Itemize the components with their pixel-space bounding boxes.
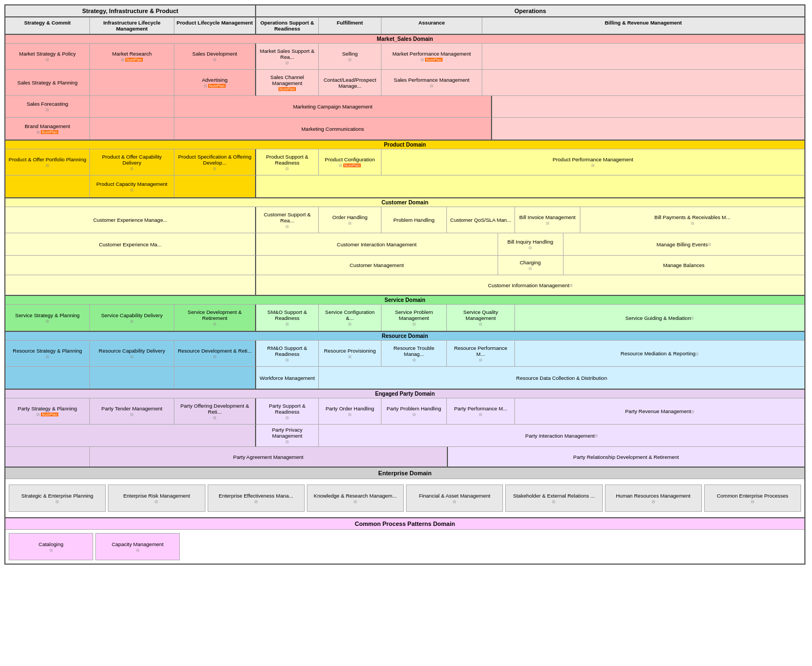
common-process-label: Common Process Patterns Domain	[5, 518, 804, 530]
cell-empty-cust1: Customer Experience Ma...	[5, 233, 256, 256]
product-row2: Product Capacity Management ⊟	[5, 175, 804, 197]
cell-advertising[interactable]: Advertising ⊟ NumPlan	[174, 70, 256, 96]
cell-resource-mediation[interactable]: Resource Mediation & Reporting ⊟	[515, 341, 804, 367]
cell-service-capability[interactable]: Service Capability Delivery ⊟	[90, 305, 174, 331]
cell-empty-party2	[5, 447, 90, 467]
cell-empty-billing-1	[482, 44, 804, 70]
cell-market-strategy[interactable]: Market Strategy & Policy ⊟	[5, 44, 90, 70]
cell-product-spec[interactable]: Product Specification & Offering Develop…	[174, 149, 256, 175]
cell-empty-prod1	[5, 175, 90, 197]
cell-bill-invoice[interactable]: Bill Invoice Management ⊟	[515, 207, 580, 233]
cell-problem-handling[interactable]: Problem Handling	[381, 207, 447, 233]
cell-customer-exp-ma[interactable]: Customer Experience Ma...	[5, 233, 255, 255]
cell-order-handling[interactable]: Order Handling ⊟	[319, 207, 381, 233]
cell-enterprise-risk[interactable]: Enterprise Risk Management ⊟	[108, 485, 205, 512]
cell-party-interaction[interactable]: Party Interaction Management ⊟	[319, 425, 804, 447]
common-process-row1: Cataloging ⊟ Capacity Management ⊟	[5, 530, 804, 564]
cell-enterprise-effectiveness[interactable]: Enterprise Effectiveness Mana... ⊟	[208, 485, 305, 512]
cell-manage-balances[interactable]: Manage Balances	[563, 256, 805, 275]
cell-marketing-comms[interactable]: Marketing Communications	[174, 118, 492, 140]
cell-contact-lead[interactable]: Contact/Lead/Prospect Manage...	[319, 70, 381, 96]
cell-rmo-support[interactable]: RM&O Support & Readiness ⊟	[256, 341, 319, 367]
cell-party-strategy[interactable]: Party Strategy & Planning ⊟ NumPlan	[5, 398, 90, 425]
cell-customer-mgmt[interactable]: Customer Management	[256, 256, 498, 275]
cell-marketing-campaign[interactable]: Marketing Campaign Management	[174, 96, 492, 118]
cell-empty-res3	[174, 367, 256, 389]
cell-selling[interactable]: Selling ⊟	[319, 44, 381, 70]
cell-product-config[interactable]: Product Configuration ⊟ NumPlan	[319, 149, 381, 175]
cell-party-offering[interactable]: Party Offering Development & Reti... ⊟	[174, 398, 256, 425]
cell-resource-strategy[interactable]: Resource Strategy & Planning ⊟	[5, 341, 90, 367]
cell-customer-qos[interactable]: Customer QoS/SLA Man...	[447, 207, 515, 233]
cell-service-guiding[interactable]: Service Guiding & Mediation ⊟	[515, 305, 804, 331]
cell-party-revenue[interactable]: Party Revenue Management ⊟	[515, 398, 804, 425]
cell-product-perf[interactable]: Product Performance Management ⊟	[381, 149, 804, 175]
cell-service-dev[interactable]: Service Development & Retirement ⊟	[174, 305, 256, 331]
cell-product-offer-portfolio[interactable]: Product & Offer Portfolio Planning ⊟	[5, 149, 90, 175]
cell-party-support[interactable]: Party Support & Readiness ⊟	[256, 398, 319, 425]
cell-customer-interaction[interactable]: Customer Interaction Management	[256, 233, 498, 256]
cell-knowledge-research[interactable]: Knowledge & Research Managem... ⊟	[307, 485, 404, 512]
cell-empty-party1	[5, 425, 256, 447]
cell-market-perf[interactable]: Market Performance Management ⊟ NumPlan	[381, 44, 482, 70]
enterprise-row1: Strategic & Enterprise Planning ⊟ Enterp…	[5, 479, 804, 517]
cell-party-tender[interactable]: Party Tender Management ⊟	[90, 398, 174, 425]
cell-charging[interactable]: Charging ⊟	[498, 256, 563, 275]
cell-bill-inquiry[interactable]: Bill Inquiry Handling ⊟	[498, 233, 563, 256]
cell-sales-strategy[interactable]: Sales Strategy & Planning	[5, 70, 90, 96]
cell-resource-trouble[interactable]: Resource Trouble Manag... ⊟	[381, 341, 447, 367]
cell-customer-info-mgmt[interactable]: Customer Information Management ⊟	[256, 275, 804, 295]
customer-row1: Customer Experience Manage... Customer S…	[5, 207, 804, 233]
cell-cataloging[interactable]: Cataloging ⊟	[9, 533, 93, 560]
cell-brand-mgmt[interactable]: Brand Management ⊟ NumPlan	[5, 118, 90, 140]
cell-resource-provisioning[interactable]: Resource Provisioning ⊟	[319, 341, 381, 367]
cell-smo-support[interactable]: SM&O Support & Readiness ⊟	[256, 305, 319, 331]
cell-empty-ms3	[90, 96, 174, 118]
cell-party-order[interactable]: Party Order Handling ⊟	[319, 398, 381, 425]
subheader-ops: Operations Support & Readiness	[256, 17, 319, 34]
common-process-domain: Common Process Patterns Domain Catalogin…	[5, 518, 804, 564]
market-row1: Market Strategy & Policy ⊟ Market Resear…	[5, 44, 804, 70]
resource-row1: Resource Strategy & Planning ⊟ Resource …	[5, 341, 804, 367]
cell-resource-perf[interactable]: Resource Performance M... ⊟	[447, 341, 515, 367]
cell-party-relationship[interactable]: Party Relationship Development & Retirem…	[448, 447, 805, 467]
subheader-fulfillment: Fulfillment	[319, 17, 381, 34]
header-right: Operations	[256, 5, 804, 16]
cell-bill-payments[interactable]: Bill Payments & Receivables M... ⊟	[580, 207, 804, 233]
cell-service-quality[interactable]: Service Quality Management ⊟	[447, 305, 515, 331]
cell-empty-cust3	[5, 275, 256, 295]
cell-strategic-planning[interactable]: Strategic & Enterprise Planning ⊟	[9, 485, 106, 512]
cell-market-sales-support[interactable]: Market Sales Support & Rea... ⊟	[256, 44, 319, 70]
service-domain: Service Domain Service Strategy & Planni…	[5, 296, 804, 332]
customer-row3: Customer Management Charging ⊟ Manage Ba…	[5, 256, 804, 275]
cell-stakeholder[interactable]: Stakeholder & External Relations ... ⊟	[505, 485, 602, 512]
cell-party-perf[interactable]: Party Performance M... ⊟	[447, 398, 515, 425]
subheader-infra: Infrastructure Lifecycle Management	[90, 17, 174, 34]
cell-workforce-mgmt[interactable]: Workforce Management	[256, 367, 319, 389]
cell-sales-forecasting[interactable]: Sales Forecasting ⊟	[5, 96, 90, 118]
cell-resource-capability[interactable]: Resource Capability Delivery ⊟	[90, 341, 174, 367]
cell-resource-dev[interactable]: Resource Development & Reti... ⊟	[174, 341, 256, 367]
cell-sales-perf[interactable]: Sales Performance Management ⊟	[381, 70, 482, 96]
cell-party-problem[interactable]: Party Problem Handling ⊟	[381, 398, 447, 425]
cell-party-privacy[interactable]: Party Privacy Management ⊟	[256, 425, 319, 447]
cell-service-config[interactable]: Service Configuration &... ⊟	[319, 305, 381, 331]
cell-product-support[interactable]: Product Support & Readiness ⊟	[256, 149, 319, 175]
cell-manage-billing[interactable]: Manage Billing Events ⊟	[563, 233, 805, 256]
cell-service-strategy[interactable]: Service Strategy & Planning ⊟	[5, 305, 90, 331]
cell-common-enterprise[interactable]: Common Enterprise Processes ⊟	[704, 485, 801, 512]
cell-sales-development[interactable]: Sales Development ⊟	[174, 44, 256, 70]
cell-empty-ms2	[90, 70, 174, 96]
cell-customer-support[interactable]: Customer Support & Rea... ⊟	[256, 207, 319, 233]
cell-market-research[interactable]: Market Research ⊟ NumPlan	[90, 44, 174, 70]
cell-capacity-mgmt[interactable]: Capacity Management ⊟	[95, 533, 180, 560]
cell-financial-asset[interactable]: Financial & Asset Management ⊟	[406, 485, 503, 512]
cell-product-capacity[interactable]: Product Capacity Management ⊟	[90, 175, 174, 197]
cell-human-resources[interactable]: Human Resources Management ⊟	[605, 485, 702, 512]
cell-customer-exp-mgmt[interactable]: Customer Experience Manage...	[5, 207, 256, 233]
cell-service-problem[interactable]: Service Problem Management ⊟	[381, 305, 447, 331]
cell-sales-channel[interactable]: Sales Channel Management NumPlan	[256, 70, 319, 96]
cell-resource-data[interactable]: Resource Data Collection & Distribution	[319, 367, 804, 389]
cell-product-offer-capability[interactable]: Product & Offer Capability Delivery ⊟	[90, 149, 174, 175]
cell-party-agreement[interactable]: Party Agreement Management	[90, 447, 448, 467]
